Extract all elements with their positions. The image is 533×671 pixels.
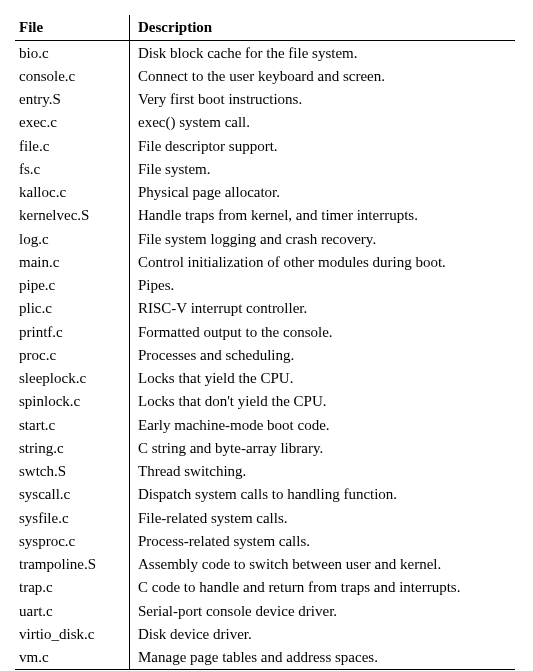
table-row: kalloc.cPhysical page allocator.: [15, 181, 515, 204]
cell-file: sysproc.c: [15, 529, 130, 552]
table-row: sysproc.cProcess-related system calls.: [15, 529, 515, 552]
table-row: proc.cProcesses and scheduling.: [15, 343, 515, 366]
table-row: swtch.SThread switching.: [15, 460, 515, 483]
cell-file: console.c: [15, 64, 130, 87]
cell-file: spinlock.c: [15, 390, 130, 413]
table-row: entry.SVery first boot instructions.: [15, 88, 515, 111]
cell-description: Disk block cache for the file system.: [130, 41, 516, 65]
cell-description: Connect to the user keyboard and screen.: [130, 64, 516, 87]
table-row: sleeplock.cLocks that yield the CPU.: [15, 367, 515, 390]
cell-file: sysfile.c: [15, 506, 130, 529]
table-row: string.cC string and byte-array library.: [15, 436, 515, 459]
cell-description: exec() system call.: [130, 111, 516, 134]
cell-file: file.c: [15, 134, 130, 157]
cell-description: Assembly code to switch between user and…: [130, 553, 516, 576]
cell-description: Very first boot instructions.: [130, 88, 516, 111]
cell-file: entry.S: [15, 88, 130, 111]
table-row: vm.cManage page tables and address space…: [15, 646, 515, 670]
cell-description: File-related system calls.: [130, 506, 516, 529]
cell-description: Formatted output to the console.: [130, 320, 516, 343]
cell-description: C string and byte-array library.: [130, 436, 516, 459]
cell-description: C code to handle and return from traps a…: [130, 576, 516, 599]
header-file: File: [15, 15, 130, 41]
cell-description: Manage page tables and address spaces.: [130, 646, 516, 670]
table-row: bio.cDisk block cache for the file syste…: [15, 41, 515, 65]
header-description: Description: [130, 15, 516, 41]
table-row: exec.cexec() system call.: [15, 111, 515, 134]
cell-file: proc.c: [15, 343, 130, 366]
table-row: pipe.cPipes.: [15, 274, 515, 297]
table-row: printf.cFormatted output to the console.: [15, 320, 515, 343]
cell-description: RISC-V interrupt controller.: [130, 297, 516, 320]
cell-file: trampoline.S: [15, 553, 130, 576]
table-row: sysfile.cFile-related system calls.: [15, 506, 515, 529]
cell-description: File system.: [130, 157, 516, 180]
table-row: main.cControl initialization of other mo…: [15, 250, 515, 273]
cell-file: syscall.c: [15, 483, 130, 506]
cell-description: File system logging and crash recovery.: [130, 227, 516, 250]
cell-file: swtch.S: [15, 460, 130, 483]
table-row: console.cConnect to the user keyboard an…: [15, 64, 515, 87]
cell-description: Locks that yield the CPU.: [130, 367, 516, 390]
cell-file: vm.c: [15, 646, 130, 670]
cell-file: kernelvec.S: [15, 204, 130, 227]
cell-description: Pipes.: [130, 274, 516, 297]
cell-description: Physical page allocator.: [130, 181, 516, 204]
table-row: spinlock.cLocks that don't yield the CPU…: [15, 390, 515, 413]
table-row: syscall.cDispatch system calls to handli…: [15, 483, 515, 506]
cell-file: bio.c: [15, 41, 130, 65]
table-row: plic.cRISC-V interrupt controller.: [15, 297, 515, 320]
table-row: trampoline.SAssembly code to switch betw…: [15, 553, 515, 576]
cell-file: start.c: [15, 413, 130, 436]
cell-description: Dispatch system calls to handling functi…: [130, 483, 516, 506]
cell-description: Thread switching.: [130, 460, 516, 483]
cell-description: Locks that don't yield the CPU.: [130, 390, 516, 413]
cell-file: virtio_disk.c: [15, 622, 130, 645]
cell-file: kalloc.c: [15, 181, 130, 204]
cell-description: Process-related system calls.: [130, 529, 516, 552]
cell-file: uart.c: [15, 599, 130, 622]
source-files-table: File Description bio.cDisk block cache f…: [15, 15, 515, 670]
cell-file: main.c: [15, 250, 130, 273]
table-row: start.cEarly machine-mode boot code.: [15, 413, 515, 436]
cell-file: fs.c: [15, 157, 130, 180]
cell-description: Serial-port console device driver.: [130, 599, 516, 622]
table-row: file.cFile descriptor support.: [15, 134, 515, 157]
cell-file: exec.c: [15, 111, 130, 134]
table-row: kernelvec.SHandle traps from kernel, and…: [15, 204, 515, 227]
table-row: log.cFile system logging and crash recov…: [15, 227, 515, 250]
cell-file: pipe.c: [15, 274, 130, 297]
source-files-table-container: File Description bio.cDisk block cache f…: [15, 15, 515, 671]
table-header-row: File Description: [15, 15, 515, 41]
cell-description: Control initialization of other modules …: [130, 250, 516, 273]
cell-description: Disk device driver.: [130, 622, 516, 645]
table-row: virtio_disk.cDisk device driver.: [15, 622, 515, 645]
cell-description: File descriptor support.: [130, 134, 516, 157]
cell-file: plic.c: [15, 297, 130, 320]
cell-description: Early machine-mode boot code.: [130, 413, 516, 436]
cell-description: Processes and scheduling.: [130, 343, 516, 366]
cell-file: sleeplock.c: [15, 367, 130, 390]
cell-file: trap.c: [15, 576, 130, 599]
cell-file: printf.c: [15, 320, 130, 343]
table-row: uart.cSerial-port console device driver.: [15, 599, 515, 622]
table-row: trap.cC code to handle and return from t…: [15, 576, 515, 599]
cell-file: log.c: [15, 227, 130, 250]
cell-file: string.c: [15, 436, 130, 459]
table-row: fs.cFile system.: [15, 157, 515, 180]
cell-description: Handle traps from kernel, and timer inte…: [130, 204, 516, 227]
